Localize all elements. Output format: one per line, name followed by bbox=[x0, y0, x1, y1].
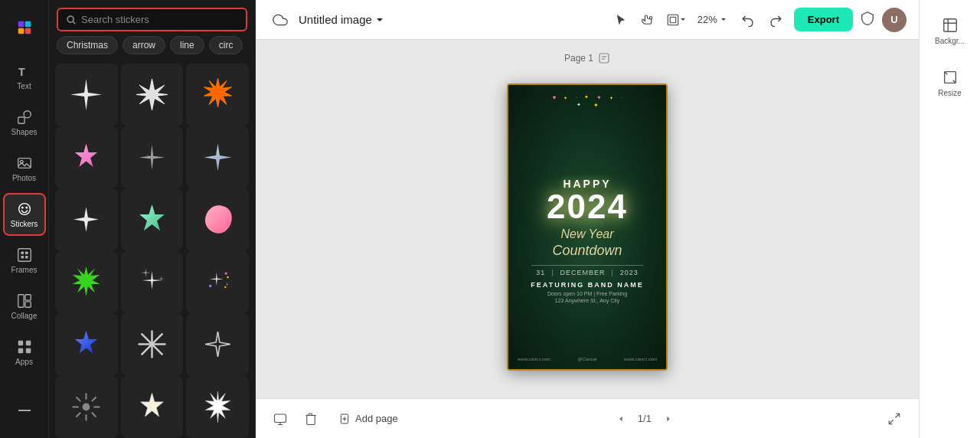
search-input[interactable] bbox=[81, 14, 238, 25]
sticker-4point-outline[interactable] bbox=[186, 313, 249, 376]
prev-page-button[interactable] bbox=[610, 408, 632, 430]
sticker-starburst-white[interactable] bbox=[121, 64, 184, 126]
sticker-starburst-green[interactable] bbox=[55, 251, 118, 314]
prev-arrow-icon bbox=[616, 413, 626, 424]
sidebar-label-text: Text bbox=[17, 82, 31, 90]
sidebar-item-frames[interactable]: Frames bbox=[3, 239, 46, 282]
resize-panel-item[interactable]: Resize bbox=[926, 58, 975, 107]
card-year-text: 2024 bbox=[547, 190, 628, 224]
card-urls: www.canv.t.com @Canvat www.canv.t.com bbox=[508, 357, 666, 361]
sidebar-item-photos[interactable]: Photos bbox=[3, 147, 46, 190]
hand-tool-button[interactable] bbox=[636, 8, 661, 32]
sticker-star-blue[interactable] bbox=[55, 313, 118, 376]
top-toolbar: Untitled image bbox=[256, 0, 919, 40]
sticker-grid bbox=[49, 60, 255, 438]
sticker-starburst-orange[interactable] bbox=[186, 64, 249, 126]
sticker-starburst-white2[interactable] bbox=[186, 376, 249, 439]
sidebar-label-photos: Photos bbox=[12, 174, 36, 182]
sticker-sun-dark[interactable] bbox=[55, 376, 118, 439]
svg-point-10 bbox=[21, 207, 23, 209]
next-page-button[interactable] bbox=[658, 408, 679, 430]
cloud-save-button[interactable] bbox=[268, 8, 292, 32]
sticker-4point-silver[interactable] bbox=[121, 126, 184, 189]
export-button[interactable]: Export bbox=[794, 8, 853, 31]
svg-point-25 bbox=[67, 16, 74, 22]
bottom-center: 1/1 bbox=[610, 408, 679, 430]
fit-to-screen-button[interactable] bbox=[882, 407, 906, 431]
sticker-star-cream[interactable] bbox=[121, 376, 184, 439]
bottom-right bbox=[882, 407, 906, 431]
svg-rect-0 bbox=[18, 21, 24, 28]
zoom-control[interactable]: 22% bbox=[691, 11, 733, 28]
sidebar-item-text[interactable]: T Text bbox=[3, 55, 46, 98]
add-page-icon bbox=[338, 413, 351, 425]
shield-icon bbox=[859, 10, 876, 27]
sticker-star-teal[interactable] bbox=[121, 188, 184, 251]
undo-button[interactable] bbox=[736, 8, 760, 32]
sticker-sparkles-colorful[interactable] bbox=[186, 251, 249, 314]
svg-rect-16 bbox=[24, 256, 28, 259]
sticker-blob-pink[interactable] bbox=[186, 188, 249, 251]
doc-title-button[interactable]: Untitled image bbox=[299, 13, 384, 26]
shield-button[interactable] bbox=[859, 10, 876, 30]
sidebar-label-frames: Frames bbox=[11, 266, 38, 274]
sticker-sparkles-white[interactable] bbox=[121, 251, 184, 314]
svg-rect-1 bbox=[24, 21, 31, 28]
svg-rect-58 bbox=[943, 18, 956, 31]
redo-icon bbox=[769, 13, 782, 27]
stickers-panel: Christmas arrow line circ bbox=[49, 0, 256, 438]
sidebar-item-more[interactable] bbox=[3, 389, 46, 432]
logo-button[interactable] bbox=[3, 6, 46, 49]
apps-icon bbox=[16, 338, 33, 355]
tag-circ[interactable]: circ bbox=[209, 36, 243, 54]
page-indicator: 1/1 bbox=[638, 413, 652, 424]
frame-tool-button[interactable] bbox=[664, 8, 688, 32]
select-tool-button[interactable] bbox=[609, 8, 633, 32]
sidebar-label-apps: Apps bbox=[15, 358, 33, 366]
delete-button[interactable] bbox=[299, 407, 323, 431]
tag-line[interactable]: line bbox=[170, 36, 204, 54]
tag-arrow[interactable]: arrow bbox=[122, 36, 165, 54]
sticker-asterisk-white[interactable] bbox=[121, 313, 184, 376]
logo-icon bbox=[16, 19, 33, 36]
cursor-icon bbox=[614, 13, 628, 27]
sidebar-item-collage[interactable]: Collage bbox=[3, 285, 46, 328]
sticker-star-pink[interactable] bbox=[55, 126, 118, 189]
present-button[interactable] bbox=[268, 407, 292, 431]
chevron-icon bbox=[680, 17, 686, 23]
card-featuring: FEATURING BAND NAME bbox=[531, 281, 643, 289]
sidebar-item-apps[interactable]: Apps bbox=[3, 331, 46, 374]
page-label: Page 1 bbox=[564, 52, 610, 64]
sticker-4point-black[interactable] bbox=[55, 64, 118, 126]
sticker-4point-white2[interactable] bbox=[55, 188, 118, 251]
add-page-button[interactable]: Add page bbox=[329, 407, 407, 431]
svg-rect-3 bbox=[24, 28, 31, 34]
svg-rect-22 bbox=[18, 348, 22, 353]
stickers-icon bbox=[16, 201, 33, 217]
left-navigation: T Text Shapes Photos Stickers bbox=[0, 0, 49, 438]
tag-christmas[interactable]: Christmas bbox=[57, 36, 118, 54]
hand-icon bbox=[642, 13, 655, 27]
card-year2: 2023 bbox=[620, 269, 639, 276]
sticker-4point-white[interactable] bbox=[186, 126, 249, 189]
toolbar-right: Export U bbox=[794, 8, 906, 32]
sidebar-item-stickers[interactable]: Stickers bbox=[3, 193, 46, 236]
svg-rect-13 bbox=[21, 251, 24, 254]
svg-point-30 bbox=[224, 286, 226, 288]
search-wrapper bbox=[57, 8, 247, 31]
card-date-row: 31 | DECEMBER | 2023 bbox=[536, 269, 639, 276]
page-options-icon[interactable] bbox=[598, 52, 610, 64]
sidebar-item-shapes[interactable]: Shapes bbox=[3, 101, 46, 144]
background-panel-item[interactable]: Backgr... bbox=[926, 6, 975, 55]
svg-point-11 bbox=[25, 207, 28, 209]
cloud-icon bbox=[273, 12, 288, 28]
chevron-down-icon bbox=[375, 15, 384, 25]
user-avatar[interactable]: U bbox=[882, 8, 906, 32]
zoom-chevron-icon bbox=[720, 17, 727, 23]
svg-rect-45 bbox=[668, 15, 678, 25]
svg-text:T: T bbox=[18, 66, 24, 78]
sidebar-label-collage: Collage bbox=[11, 312, 38, 320]
redo-button[interactable] bbox=[763, 8, 788, 32]
present-icon bbox=[273, 412, 287, 426]
svg-point-29 bbox=[209, 285, 211, 287]
